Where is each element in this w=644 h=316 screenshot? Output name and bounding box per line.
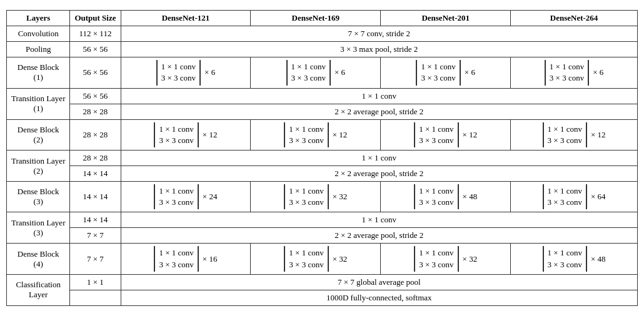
output-transition1-1: 56 × 56: [70, 88, 121, 104]
output-transition3-1: 14 × 14: [70, 212, 121, 228]
content-dense3-264: 1 × 1 conv 3 × 3 conv × 64: [511, 182, 638, 212]
content-dense4-169: 1 × 1 conv 3 × 3 conv × 32: [251, 244, 381, 274]
table-row: 28 × 28 2 × 2 average pool, stride 2: [7, 104, 638, 119]
output-convolution: 112 × 112: [70, 26, 121, 42]
layer-transition2: Transition Layer (2): [7, 151, 70, 182]
output-transition1-2: 28 × 28: [70, 104, 121, 119]
content-classification-fc: 1000D fully-connected, softmax: [121, 290, 637, 305]
layer-transition3: Transition Layer (3): [7, 212, 70, 244]
content-dense1-264: 1 × 1 conv 3 × 3 conv × 6: [511, 57, 638, 88]
content-dense1-201: 1 × 1 conv 3 × 3 conv × 6: [381, 57, 511, 88]
output-dense3: 14 × 14: [70, 182, 121, 212]
output-pooling: 56 × 56: [70, 42, 121, 57]
table-row: Transition Layer (2) 28 × 28 1 × 1 conv: [7, 151, 638, 166]
layer-pooling: Pooling: [7, 42, 70, 57]
col-header-dn169: DenseNet-169: [251, 11, 381, 26]
table-row: Dense Block (4) 7 × 7 1 × 1 conv 3 × 3 c…: [7, 244, 638, 274]
content-convolution: 7 × 7 conv, stride 2: [121, 26, 637, 42]
layer-dense2: Dense Block (2): [7, 119, 70, 150]
content-pooling: 3 × 3 max pool, stride 2: [121, 42, 637, 57]
table-row: Dense Block (3) 14 × 14 1 × 1 conv 3 × 3…: [7, 182, 638, 212]
content-transition2-pool: 2 × 2 average pool, stride 2: [121, 166, 637, 182]
table-row: Dense Block (2) 28 × 28 1 × 1 conv 3 × 3…: [7, 119, 638, 150]
output-classification-blank: [70, 290, 121, 305]
col-header-dn264: DenseNet-264: [511, 11, 638, 26]
col-header-dn121: DenseNet-121: [121, 11, 251, 26]
table-row: Dense Block (1) 56 × 56 1 × 1 conv 3 × 3…: [7, 57, 638, 88]
content-dense1-121: 1 × 1 conv 3 × 3 conv × 6: [121, 57, 251, 88]
layer-transition1: Transition Layer (1): [7, 88, 70, 119]
content-transition2-conv: 1 × 1 conv: [121, 151, 637, 166]
content-transition3-conv: 1 × 1 conv: [121, 212, 637, 228]
output-dense1: 56 × 56: [70, 57, 121, 88]
content-transition1-pool: 2 × 2 average pool, stride 2: [121, 104, 637, 119]
content-dense3-169: 1 × 1 conv 3 × 3 conv × 32: [251, 182, 381, 212]
content-dense4-264: 1 × 1 conv 3 × 3 conv × 48: [511, 244, 638, 274]
output-transition3-2: 7 × 7: [70, 228, 121, 244]
content-transition1-conv: 1 × 1 conv: [121, 88, 637, 104]
content-dense3-121: 1 × 1 conv 3 × 3 conv × 24: [121, 182, 251, 212]
table-row: 14 × 14 2 × 2 average pool, stride 2: [7, 166, 638, 182]
table-row: Pooling 56 × 56 3 × 3 max pool, stride 2: [7, 42, 638, 57]
content-dense2-201: 1 × 1 conv 3 × 3 conv × 12: [381, 119, 511, 150]
content-classification-pool: 7 × 7 global average pool: [121, 274, 637, 290]
content-dense4-201: 1 × 1 conv 3 × 3 conv × 32: [381, 244, 511, 274]
densenet-table: Layers Output Size DenseNet-121 DenseNet…: [6, 10, 638, 306]
content-transition3-pool: 2 × 2 average pool, stride 2: [121, 228, 637, 244]
output-classification: 1 × 1: [70, 274, 121, 290]
content-dense2-121: 1 × 1 conv 3 × 3 conv × 12: [121, 119, 251, 150]
content-dense2-264: 1 × 1 conv 3 × 3 conv × 12: [511, 119, 638, 150]
content-dense4-121: 1 × 1 conv 3 × 3 conv × 16: [121, 244, 251, 274]
output-transition2-1: 28 × 28: [70, 151, 121, 166]
table-row: Convolution 112 × 112 7 × 7 conv, stride…: [7, 26, 638, 42]
layer-dense4: Dense Block (4): [7, 244, 70, 274]
content-dense2-169: 1 × 1 conv 3 × 3 conv × 12: [251, 119, 381, 150]
table-row: Transition Layer (1) 56 × 56 1 × 1 conv: [7, 88, 638, 104]
table-wrapper: Layers Output Size DenseNet-121 DenseNet…: [6, 10, 638, 306]
header-row: Layers Output Size DenseNet-121 DenseNet…: [7, 11, 638, 26]
layer-dense3: Dense Block (3): [7, 182, 70, 212]
output-dense4: 7 × 7: [70, 244, 121, 274]
output-dense2: 28 × 28: [70, 119, 121, 150]
table-row: Transition Layer (3) 14 × 14 1 × 1 conv: [7, 212, 638, 228]
col-header-output: Output Size: [70, 11, 121, 26]
table-row: Classification Layer 1 × 1 7 × 7 global …: [7, 274, 638, 290]
layer-classification: Classification Layer: [7, 274, 70, 305]
table-row: 7 × 7 2 × 2 average pool, stride 2: [7, 228, 638, 244]
col-header-dn201: DenseNet-201: [381, 11, 511, 26]
table-row: 1000D fully-connected, softmax: [7, 290, 638, 305]
col-header-layers: Layers: [7, 11, 70, 26]
layer-convolution: Convolution: [7, 26, 70, 42]
content-dense3-201: 1 × 1 conv 3 × 3 conv × 48: [381, 182, 511, 212]
layer-dense1: Dense Block (1): [7, 57, 70, 88]
content-dense1-169: 1 × 1 conv 3 × 3 conv × 6: [251, 57, 381, 88]
output-transition2-2: 14 × 14: [70, 166, 121, 182]
